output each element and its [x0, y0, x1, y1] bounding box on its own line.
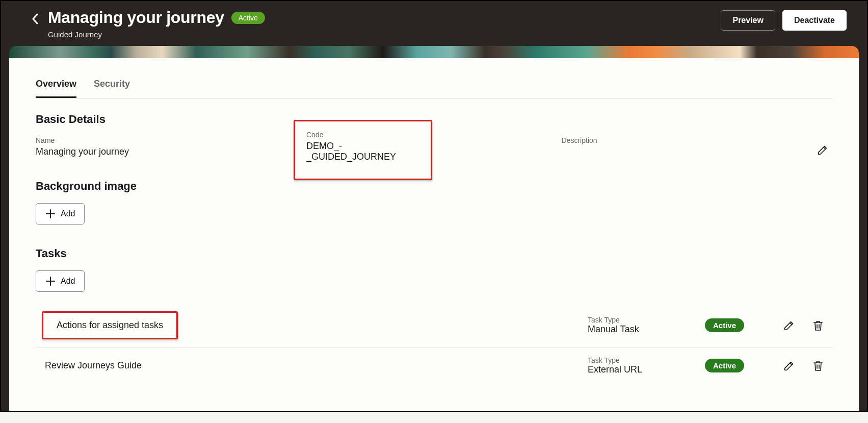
tasks-heading: Tasks	[36, 247, 832, 260]
back-button[interactable]	[32, 13, 39, 24]
code-field-highlight: Code DEMO_-_GUIDED_JOURNEY	[294, 120, 432, 180]
pencil-icon	[817, 144, 828, 156]
delete-task-button[interactable]	[813, 320, 823, 331]
task-row[interactable]: Review Journeys Guide Task Type External…	[36, 348, 832, 383]
basic-details-section: Basic Details Name Managing your journey…	[36, 113, 832, 157]
name-value: Managing your journey	[36, 146, 299, 157]
name-label: Name	[36, 136, 299, 144]
tasks-section: Tasks Add Actions for assigned tasks Tas…	[36, 247, 832, 383]
edit-task-button[interactable]	[783, 320, 795, 331]
add-label: Add	[61, 209, 75, 218]
code-label: Code	[306, 131, 419, 139]
background-image-section: Background image Add	[36, 180, 832, 225]
task-type-label: Task Type	[588, 316, 705, 324]
tab-security[interactable]: Security	[94, 79, 130, 98]
status-badge: Active	[231, 12, 265, 24]
description-label: Description	[562, 136, 825, 144]
deactivate-button[interactable]: Deactivate	[782, 10, 847, 31]
add-background-image-button[interactable]: Add	[36, 203, 85, 225]
page-subtitle: Guided Journey	[48, 30, 265, 39]
decorative-banner	[1, 46, 867, 58]
plus-icon	[45, 209, 56, 219]
trash-icon	[813, 360, 823, 371]
preview-button[interactable]: Preview	[721, 10, 775, 31]
trash-icon	[813, 320, 823, 331]
delete-task-button[interactable]	[813, 360, 823, 371]
page-title: Managing your journey	[48, 8, 224, 27]
plus-icon	[45, 276, 56, 286]
tabs: Overview Security	[36, 79, 832, 98]
pencil-icon	[783, 320, 795, 331]
basic-details-heading: Basic Details	[36, 113, 832, 126]
edit-basic-details-button[interactable]	[817, 144, 828, 156]
background-image-heading: Background image	[36, 180, 832, 193]
code-value: DEMO_-_GUIDED_JOURNEY	[306, 141, 419, 162]
chevron-left-icon	[32, 13, 39, 24]
page-header: Managing your journey Active Guided Jour…	[1, 1, 867, 46]
task-name: Review Journeys Guide	[45, 360, 142, 370]
task-row[interactable]: Actions for assigned tasks Task Type Man…	[36, 303, 832, 348]
task-status-badge: Active	[705, 359, 744, 372]
task-name-highlight: Actions for assigned tasks	[42, 311, 178, 339]
task-type-label: Task Type	[588, 356, 705, 364]
tab-overview[interactable]: Overview	[36, 79, 76, 98]
task-type-value: External URL	[588, 364, 705, 375]
task-status-badge: Active	[705, 318, 744, 332]
task-type-value: Manual Task	[588, 324, 705, 335]
edit-task-button[interactable]	[783, 360, 795, 371]
pencil-icon	[783, 360, 795, 371]
add-label: Add	[61, 277, 75, 286]
add-task-button[interactable]: Add	[36, 270, 85, 292]
